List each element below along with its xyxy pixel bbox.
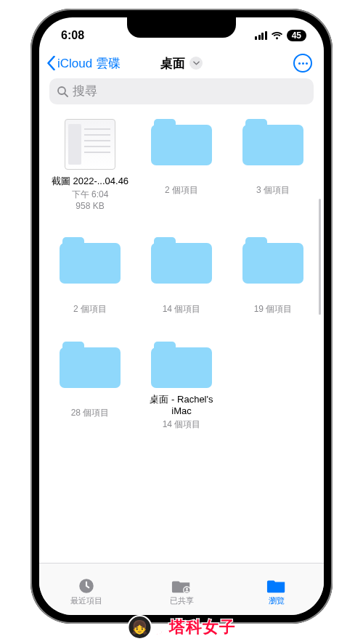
item-name — [76, 394, 105, 405]
folder-icon — [60, 237, 121, 284]
folder-item[interactable]: 2 個項目 — [142, 119, 221, 211]
folder-item[interactable]: 桌面 - Rachel's iMac14 個項目 — [142, 342, 221, 432]
folder-icon — [151, 237, 212, 284]
folder-item[interactable]: 3 個項目 — [234, 119, 312, 211]
search-field[interactable] — [49, 78, 314, 104]
nav-title-button[interactable]: 桌面 — [160, 55, 203, 72]
watermark-text: 塔科女子 — [169, 616, 236, 638]
item-name — [259, 171, 287, 183]
svg-point-4 — [186, 587, 188, 590]
folder-item[interactable]: 14 個項目 — [142, 237, 221, 315]
screen: 6:08 45 iCloud 雲碟 桌面 — [39, 17, 324, 615]
clock-icon — [76, 577, 97, 595]
cellular-icon — [255, 31, 267, 40]
svg-line-1 — [65, 94, 68, 96]
back-button[interactable]: iCloud 雲碟 — [46, 55, 121, 72]
item-meta: 下午 6:04 — [72, 189, 109, 201]
folder-item[interactable]: 28 個項目 — [51, 342, 129, 432]
folder-icon — [151, 119, 212, 165]
tab-recents[interactable]: 最近項目 — [39, 564, 134, 615]
item-name — [76, 289, 105, 301]
search-icon — [57, 86, 68, 97]
item-name: 截圖 2022-...04.46 — [52, 176, 129, 187]
shared-folder-icon — [171, 577, 192, 595]
page-title: 桌面 — [160, 55, 185, 72]
item-name: 桌面 - Rachel's iMac — [142, 394, 221, 418]
tab-browse[interactable]: 瀏覽 — [229, 564, 324, 615]
chevron-left-icon — [46, 56, 56, 70]
phone-frame: 6:08 45 iCloud 雲碟 桌面 — [30, 9, 333, 624]
tab-label: 已共享 — [170, 596, 194, 606]
search-input[interactable] — [73, 84, 306, 99]
back-label: iCloud 雲碟 — [57, 55, 121, 72]
folder-item[interactable]: 2 個項目 — [51, 237, 129, 315]
item-meta: 14 個項目 — [163, 418, 201, 431]
tab-shared[interactable]: 已共享 — [134, 564, 229, 615]
folder-icon — [151, 342, 212, 388]
file-thumbnail — [65, 119, 115, 170]
wifi-icon — [271, 31, 283, 40]
folder-icon — [60, 342, 121, 388]
item-meta: 3 個項目 — [256, 184, 290, 197]
status-time: 6:08 — [61, 29, 84, 42]
status-right: 45 — [255, 30, 306, 41]
item-meta: 19 個項目 — [254, 303, 293, 315]
watermark: 👧 3C 塔科女子 — [127, 615, 235, 640]
item-meta: 2 個項目 — [73, 303, 107, 315]
notch — [127, 17, 236, 38]
watermark-avatar: 👧 — [127, 615, 152, 640]
item-name — [168, 171, 196, 183]
files-grid[interactable]: 截圖 2022-...04.46下午 6:04958 KB 2 個項目 3 個項… — [39, 112, 324, 563]
item-meta: 2 個項目 — [165, 184, 198, 197]
tab-label: 瀏覽 — [269, 596, 285, 606]
folder-icon — [266, 577, 287, 595]
battery-indicator: 45 — [287, 30, 306, 41]
item-name — [168, 289, 196, 301]
folder-icon — [242, 237, 303, 284]
item-meta: 14 個項目 — [163, 303, 201, 315]
search-wrap — [39, 78, 324, 112]
tab-bar: 最近項目 已共享 瀏覽 — [39, 563, 324, 615]
chevron-down-icon — [189, 57, 203, 70]
more-options-button[interactable] — [293, 54, 312, 73]
item-name — [259, 289, 287, 301]
file-item[interactable]: 截圖 2022-...04.46下午 6:04958 KB — [51, 119, 129, 211]
watermark-prefix: 3C — [156, 628, 166, 640]
item-meta-secondary: 958 KB — [76, 201, 104, 211]
navigation-bar: iCloud 雲碟 桌面 — [39, 49, 324, 78]
scroll-indicator[interactable] — [319, 199, 321, 315]
folder-item[interactable]: 19 個項目 — [234, 237, 312, 315]
item-meta: 28 個項目 — [71, 407, 110, 419]
folder-icon — [242, 119, 303, 165]
tab-label: 最近項目 — [70, 596, 102, 606]
